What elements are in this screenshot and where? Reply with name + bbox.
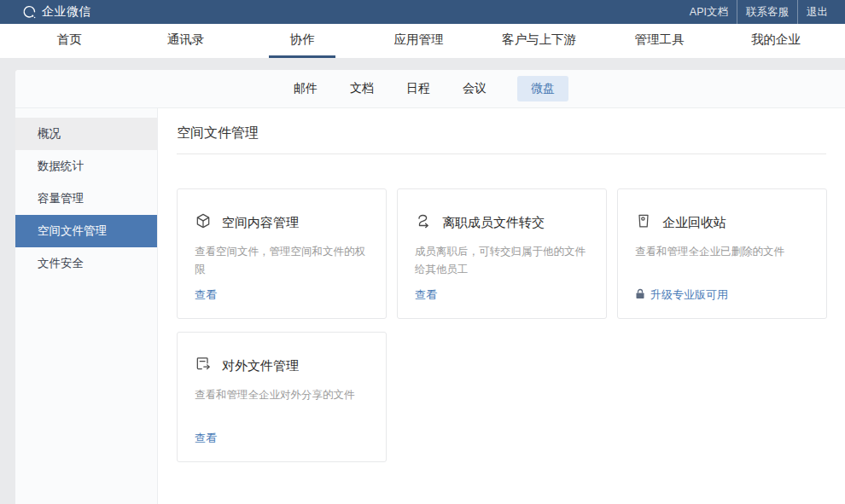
subtab-calendar[interactable]: 日程 [405,76,432,101]
nav-item-apps[interactable]: 应用管理 [386,24,452,58]
contact-support-link[interactable]: 联系客服 [737,0,797,24]
sidebar-item-statistics[interactable]: 数据统计 [15,150,157,182]
nav-item-my-company[interactable]: 我的企业 [743,24,809,58]
drive-sidebar: 概况 数据统计 容量管理 空间文件管理 文件安全 [15,108,158,504]
lock-icon [635,288,645,302]
brand-name: 企业微信 [42,4,91,20]
card-company-recycle-bin: 企业回收站 查看和管理全企业已删除的文件 升级专业版可用 [617,188,827,319]
content-panel: 邮件 文档 日程 会议 微盘 概况 数据统计 容量管理 空间文件管理 文件安全 … [15,70,845,504]
card-space-content-management: 空间内容管理 查看空间文件，管理空间和文件的权限 查看 [177,188,387,319]
card-description: 查看空间文件，管理空间和文件的权限 [195,243,369,278]
nav-item-customers[interactable]: 客户与上下游 [502,24,576,58]
feature-cards: 空间内容管理 查看空间文件，管理空间和文件的权限 查看 [177,188,826,462]
collaboration-subtabs: 邮件 文档 日程 会议 微盘 [15,70,845,108]
card-departed-member-file-transfer: 离职成员文件转交 成员离职后，可转交归属于他的文件给其他员工 查看 [397,188,607,319]
topbar-links: API文档 联系客服 退出 [681,0,836,24]
card-description: 查看和管理全企业对外分享的文件 [195,386,369,404]
card-title: 空间内容管理 [222,215,299,231]
card-title: 对外文件管理 [222,358,299,374]
nav-item-admin-tools[interactable]: 管理工具 [626,24,693,58]
view-link-file-transfer[interactable]: 查看 [415,287,589,303]
card-title: 离职成员文件转交 [442,215,545,231]
sidebar-item-file-security[interactable]: 文件安全 [15,247,157,280]
title-divider [177,154,826,154]
card-external-file-management: 对外文件管理 查看和管理全企业对外分享的文件 查看 [177,332,387,462]
transfer-icon [415,212,432,233]
subtab-mail[interactable]: 邮件 [292,76,319,101]
nav-item-contacts[interactable]: 通讯录 [153,24,219,58]
sidebar-item-overview[interactable]: 概况 [15,118,157,150]
card-description: 查看和管理全企业已删除的文件 [635,243,809,261]
sidebar-item-space-file-management[interactable]: 空间文件管理 [15,215,157,247]
card-description: 成员离职后，可转交归属于他的文件给其他员工 [415,243,589,278]
topbar: 企业微信 API文档 联系客服 退出 [0,0,845,24]
main-nav: 首页 通讯录 协作 应用管理 客户与上下游 管理工具 我的企业 [0,24,845,58]
brand: 企业微信 [22,4,91,20]
card-title: 企业回收站 [662,215,726,231]
upgrade-pro-link[interactable]: 升级专业版可用 [635,287,809,303]
subtab-drive[interactable]: 微盘 [517,76,568,101]
nav-item-collaboration[interactable]: 协作 [269,24,335,58]
view-link-external-files[interactable]: 查看 [195,431,369,446]
main-content: 空间文件管理 空间内 [158,108,845,504]
view-link-space-content[interactable]: 查看 [195,287,369,303]
document-share-icon [195,356,212,376]
subtab-docs[interactable]: 文档 [348,76,376,101]
subtab-meeting[interactable]: 会议 [461,76,488,101]
nav-item-home[interactable]: 首页 [36,24,102,58]
sidebar-item-capacity[interactable]: 容量管理 [15,182,157,215]
recycle-bin-icon [635,212,652,233]
logout-link[interactable]: 退出 [797,0,836,24]
page-title: 空间文件管理 [177,125,826,142]
api-docs-link[interactable]: API文档 [681,0,737,24]
cube-icon [195,212,212,233]
page-background: 邮件 文档 日程 会议 微盘 概况 数据统计 容量管理 空间文件管理 文件安全 … [0,58,845,504]
wechat-work-logo-icon [22,5,37,20]
